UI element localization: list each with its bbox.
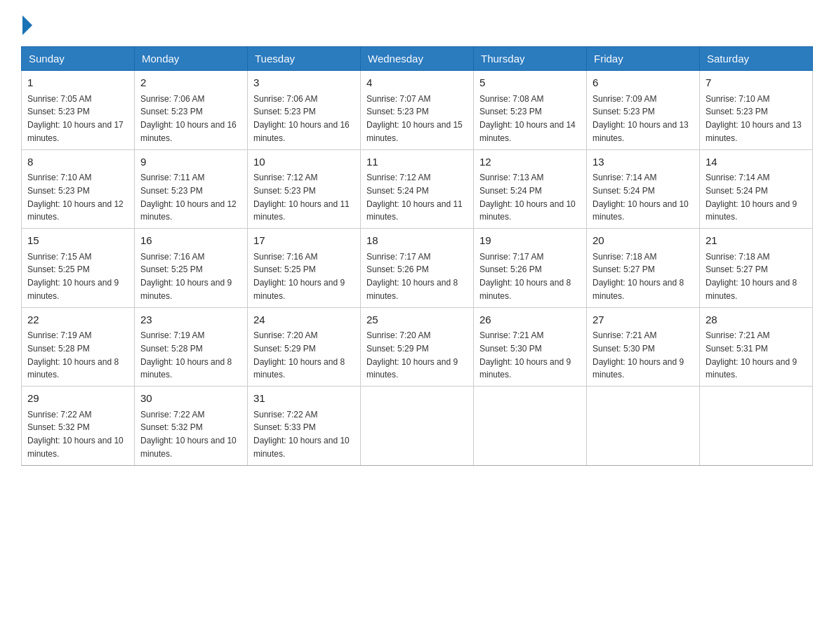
calendar-cell: 7Sunrise: 7:10 AMSunset: 5:23 PMDaylight… — [700, 71, 813, 150]
day-info: Sunrise: 7:14 AMSunset: 5:24 PMDaylight:… — [706, 173, 797, 222]
day-number: 23 — [140, 312, 241, 328]
day-number: 6 — [593, 75, 694, 91]
calendar-cell: 8Sunrise: 7:10 AMSunset: 5:23 PMDaylight… — [22, 149, 135, 229]
day-info: Sunrise: 7:18 AMSunset: 5:27 PMDaylight:… — [706, 252, 797, 301]
day-info: Sunrise: 7:16 AMSunset: 5:25 PMDaylight:… — [140, 252, 232, 301]
weekday-header-saturday: Saturday — [700, 47, 813, 71]
day-info: Sunrise: 7:12 AMSunset: 5:24 PMDaylight:… — [366, 173, 463, 222]
calendar-cell: 28Sunrise: 7:21 AMSunset: 5:31 PMDayligh… — [700, 307, 813, 387]
calendar-table: SundayMondayTuesdayWednesdayThursdayFrid… — [21, 46, 813, 466]
day-number: 11 — [366, 154, 468, 170]
day-info: Sunrise: 7:10 AMSunset: 5:23 PMDaylight:… — [27, 173, 124, 222]
day-number: 19 — [479, 233, 581, 249]
day-number: 9 — [140, 154, 241, 170]
calendar-cell: 20Sunrise: 7:18 AMSunset: 5:27 PMDayligh… — [587, 229, 700, 308]
day-number: 2 — [140, 75, 241, 91]
calendar-cell — [700, 387, 813, 466]
day-number: 26 — [479, 312, 581, 328]
calendar-cell: 6Sunrise: 7:09 AMSunset: 5:23 PMDaylight… — [587, 71, 700, 150]
calendar-cell: 15Sunrise: 7:15 AMSunset: 5:25 PMDayligh… — [22, 229, 135, 308]
calendar-cell: 12Sunrise: 7:13 AMSunset: 5:24 PMDayligh… — [474, 149, 587, 229]
day-number: 12 — [479, 154, 581, 170]
day-info: Sunrise: 7:12 AMSunset: 5:23 PMDaylight:… — [253, 173, 350, 222]
calendar-cell: 1Sunrise: 7:05 AMSunset: 5:23 PMDaylight… — [22, 71, 135, 150]
calendar-cell: 3Sunrise: 7:06 AMSunset: 5:23 PMDaylight… — [248, 71, 361, 150]
calendar-cell — [474, 387, 587, 466]
calendar-cell: 2Sunrise: 7:06 AMSunset: 5:23 PMDaylight… — [135, 71, 248, 150]
day-info: Sunrise: 7:11 AMSunset: 5:23 PMDaylight:… — [140, 173, 237, 222]
calendar-cell: 10Sunrise: 7:12 AMSunset: 5:23 PMDayligh… — [248, 149, 361, 229]
calendar-cell: 14Sunrise: 7:14 AMSunset: 5:24 PMDayligh… — [700, 149, 813, 229]
day-number: 16 — [140, 233, 241, 249]
day-info: Sunrise: 7:10 AMSunset: 5:23 PMDaylight:… — [706, 94, 802, 143]
calendar-cell: 19Sunrise: 7:17 AMSunset: 5:26 PMDayligh… — [474, 229, 587, 308]
calendar-cell: 9Sunrise: 7:11 AMSunset: 5:23 PMDaylight… — [135, 149, 248, 229]
day-info: Sunrise: 7:19 AMSunset: 5:28 PMDaylight:… — [140, 330, 232, 380]
calendar-cell: 25Sunrise: 7:20 AMSunset: 5:29 PMDayligh… — [361, 307, 474, 387]
calendar-cell: 27Sunrise: 7:21 AMSunset: 5:30 PMDayligh… — [587, 307, 700, 387]
day-info: Sunrise: 7:21 AMSunset: 5:31 PMDaylight:… — [706, 330, 797, 380]
day-info: Sunrise: 7:22 AMSunset: 5:32 PMDaylight:… — [27, 410, 124, 459]
day-number: 31 — [253, 391, 355, 407]
day-number: 10 — [253, 154, 355, 170]
day-number: 18 — [366, 233, 468, 249]
day-info: Sunrise: 7:22 AMSunset: 5:32 PMDaylight:… — [140, 410, 237, 459]
calendar-week-row: 22Sunrise: 7:19 AMSunset: 5:28 PMDayligh… — [22, 307, 813, 387]
calendar-cell: 4Sunrise: 7:07 AMSunset: 5:23 PMDaylight… — [361, 71, 474, 150]
day-number: 30 — [140, 391, 241, 407]
calendar-week-row: 1Sunrise: 7:05 AMSunset: 5:23 PMDaylight… — [22, 71, 813, 150]
weekday-header-monday: Monday — [135, 47, 248, 71]
day-number: 29 — [27, 391, 128, 407]
day-info: Sunrise: 7:07 AMSunset: 5:23 PMDaylight:… — [366, 94, 463, 143]
day-info: Sunrise: 7:17 AMSunset: 5:26 PMDaylight:… — [479, 252, 571, 301]
logo — [21, 14, 32, 34]
calendar-cell: 31Sunrise: 7:22 AMSunset: 5:33 PMDayligh… — [248, 387, 361, 466]
day-number: 5 — [479, 75, 581, 91]
day-number: 28 — [706, 312, 807, 328]
logo-triangle-icon — [22, 15, 32, 35]
day-info: Sunrise: 7:22 AMSunset: 5:33 PMDaylight:… — [253, 410, 350, 459]
day-number: 27 — [593, 312, 694, 328]
calendar-week-row: 29Sunrise: 7:22 AMSunset: 5:32 PMDayligh… — [22, 387, 813, 466]
day-number: 14 — [706, 154, 807, 170]
weekday-header-wednesday: Wednesday — [361, 47, 474, 71]
calendar-week-row: 8Sunrise: 7:10 AMSunset: 5:23 PMDaylight… — [22, 149, 813, 229]
calendar-cell: 18Sunrise: 7:17 AMSunset: 5:26 PMDayligh… — [361, 229, 474, 308]
calendar-cell — [361, 387, 474, 466]
day-info: Sunrise: 7:21 AMSunset: 5:30 PMDaylight:… — [479, 330, 571, 380]
calendar-header: SundayMondayTuesdayWednesdayThursdayFrid… — [22, 47, 813, 71]
weekday-header-sunday: Sunday — [22, 47, 135, 71]
day-info: Sunrise: 7:20 AMSunset: 5:29 PMDaylight:… — [366, 330, 458, 380]
day-info: Sunrise: 7:18 AMSunset: 5:27 PMDaylight:… — [593, 252, 684, 301]
day-number: 15 — [27, 233, 128, 249]
calendar-cell: 17Sunrise: 7:16 AMSunset: 5:25 PMDayligh… — [248, 229, 361, 308]
weekday-header-tuesday: Tuesday — [248, 47, 361, 71]
page-header — [21, 14, 813, 34]
day-number: 8 — [27, 154, 128, 170]
day-number: 1 — [27, 75, 128, 91]
calendar-cell: 23Sunrise: 7:19 AMSunset: 5:28 PMDayligh… — [135, 307, 248, 387]
calendar-cell: 13Sunrise: 7:14 AMSunset: 5:24 PMDayligh… — [587, 149, 700, 229]
calendar-body: 1Sunrise: 7:05 AMSunset: 5:23 PMDaylight… — [22, 71, 813, 466]
calendar-cell: 30Sunrise: 7:22 AMSunset: 5:32 PMDayligh… — [135, 387, 248, 466]
day-info: Sunrise: 7:21 AMSunset: 5:30 PMDaylight:… — [593, 330, 684, 380]
calendar-cell: 11Sunrise: 7:12 AMSunset: 5:24 PMDayligh… — [361, 149, 474, 229]
day-number: 20 — [593, 233, 694, 249]
day-info: Sunrise: 7:20 AMSunset: 5:29 PMDaylight:… — [253, 330, 345, 380]
weekday-header-row: SundayMondayTuesdayWednesdayThursdayFrid… — [22, 47, 813, 71]
calendar-cell: 24Sunrise: 7:20 AMSunset: 5:29 PMDayligh… — [248, 307, 361, 387]
day-info: Sunrise: 7:14 AMSunset: 5:24 PMDaylight:… — [593, 173, 689, 222]
day-info: Sunrise: 7:13 AMSunset: 5:24 PMDaylight:… — [479, 173, 576, 222]
calendar-cell: 29Sunrise: 7:22 AMSunset: 5:32 PMDayligh… — [22, 387, 135, 466]
day-number: 22 — [27, 312, 128, 328]
day-number: 13 — [593, 154, 694, 170]
weekday-header-friday: Friday — [587, 47, 700, 71]
calendar-cell: 21Sunrise: 7:18 AMSunset: 5:27 PMDayligh… — [700, 229, 813, 308]
day-info: Sunrise: 7:06 AMSunset: 5:23 PMDaylight:… — [253, 94, 350, 143]
calendar-week-row: 15Sunrise: 7:15 AMSunset: 5:25 PMDayligh… — [22, 229, 813, 308]
weekday-header-thursday: Thursday — [474, 47, 587, 71]
day-info: Sunrise: 7:16 AMSunset: 5:25 PMDaylight:… — [253, 252, 345, 301]
day-number: 7 — [706, 75, 807, 91]
calendar-cell: 26Sunrise: 7:21 AMSunset: 5:30 PMDayligh… — [474, 307, 587, 387]
day-number: 17 — [253, 233, 355, 249]
